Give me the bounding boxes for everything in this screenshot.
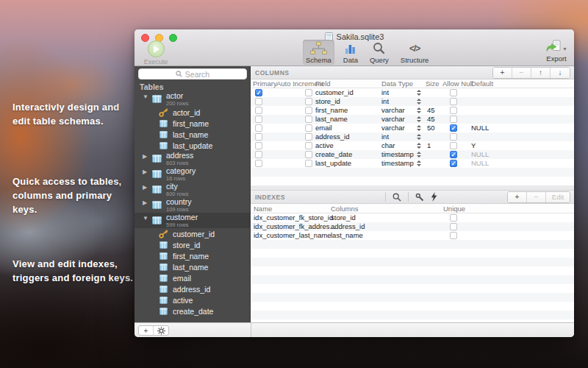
data-type-stepper[interactable] xyxy=(417,107,421,113)
indexes-tab-icon[interactable] xyxy=(392,193,401,202)
allow-null-checkbox[interactable] xyxy=(450,98,457,105)
column-row-store_id[interactable]: store_idint xyxy=(251,97,574,106)
data-type-value[interactable]: int xyxy=(381,132,389,141)
toolbar-view-data[interactable]: Data xyxy=(340,40,361,65)
primary-checkbox[interactable] xyxy=(255,142,262,149)
data-type-stepper[interactable] xyxy=(417,90,421,96)
foreign-key-wrench-icon[interactable] xyxy=(415,193,424,202)
data-type-stepper[interactable] xyxy=(417,134,421,140)
index-row[interactable]: idx_customer_fk_addres...address_id xyxy=(251,222,574,231)
data-type-stepper[interactable] xyxy=(417,143,421,149)
sidebar-table-country[interactable]: ▶country109 rows xyxy=(135,197,250,213)
data-type-value[interactable]: varchar xyxy=(381,115,405,124)
unique-checkbox[interactable] xyxy=(450,223,457,230)
sidebar-column-last_name[interactable]: last_name xyxy=(135,261,250,272)
chevron-right-icon[interactable]: ▶ xyxy=(143,152,152,161)
sidebar-column-store_id[interactable]: store_id xyxy=(135,239,250,250)
primary-checkbox[interactable] xyxy=(255,107,262,114)
data-type-stepper[interactable] xyxy=(417,116,421,122)
export-button[interactable]: ▼ Export xyxy=(545,40,567,63)
chevron-down-icon[interactable]: ▼ xyxy=(143,213,152,223)
search-input[interactable]: Search xyxy=(138,68,247,79)
column-row-active[interactable]: activechar1Y xyxy=(251,141,574,150)
chevron-right-icon[interactable]: ▶ xyxy=(143,198,152,208)
move-column-down-button[interactable]: ↓ xyxy=(551,68,570,78)
auto-increment-checkbox[interactable] xyxy=(305,124,312,132)
primary-checkbox[interactable] xyxy=(255,116,262,123)
primary-checkbox[interactable] xyxy=(255,160,262,167)
chevron-right-icon[interactable]: ▶ xyxy=(143,183,152,192)
toolbar-view-schema[interactable]: Schema xyxy=(303,40,334,65)
data-type-stepper[interactable] xyxy=(417,160,421,166)
add-column-button[interactable]: + xyxy=(493,68,512,78)
edit-index-button[interactable]: Edit xyxy=(546,192,570,202)
primary-checkbox[interactable] xyxy=(255,133,262,141)
auto-increment-checkbox[interactable] xyxy=(305,107,312,114)
allow-null-checkbox[interactable] xyxy=(450,142,457,149)
move-column-up-button[interactable]: ↑ xyxy=(531,68,551,78)
sidebar-column-active[interactable]: active xyxy=(135,294,250,305)
sidebar-column-customer_id[interactable]: customer_id xyxy=(135,228,250,239)
data-type-value[interactable]: int xyxy=(381,97,389,106)
unique-checkbox[interactable] xyxy=(450,214,457,222)
sidebar-table-actor[interactable]: ▼actor200 rows xyxy=(135,91,250,107)
remove-column-button[interactable]: − xyxy=(512,68,531,78)
allow-null-checkbox[interactable] xyxy=(450,107,457,114)
data-type-value[interactable]: timestamp xyxy=(381,159,414,168)
column-row-address_id[interactable]: address_idint xyxy=(251,132,574,141)
sidebar-column-create_date[interactable]: create_date xyxy=(135,305,250,316)
auto-increment-checkbox[interactable] xyxy=(305,133,312,141)
add-table-button[interactable]: + xyxy=(139,326,154,335)
add-index-button[interactable]: + xyxy=(508,192,527,202)
data-type-stepper[interactable] xyxy=(417,152,421,158)
sidebar-table-address[interactable]: ▶address603 rows xyxy=(135,151,250,166)
auto-increment-checkbox[interactable] xyxy=(305,142,312,149)
data-type-stepper[interactable] xyxy=(417,125,421,131)
column-row-first_name[interactable]: first_namevarchar45 xyxy=(251,106,574,115)
allow-null-checkbox[interactable] xyxy=(450,116,457,123)
sidebar-column-address_id[interactable]: address_id xyxy=(135,283,250,294)
trigger-lightning-icon[interactable] xyxy=(431,192,437,202)
data-type-value[interactable]: int xyxy=(381,88,389,97)
primary-checkbox[interactable] xyxy=(255,151,262,158)
column-row-customer_id[interactable]: customer_idint xyxy=(251,88,574,97)
data-type-value[interactable]: varchar xyxy=(381,124,405,132)
auto-increment-checkbox[interactable] xyxy=(305,98,312,105)
data-type-value[interactable]: char xyxy=(381,141,395,150)
primary-checkbox[interactable] xyxy=(255,89,262,96)
column-row-create_date[interactable]: create_datetimestampNULL xyxy=(251,150,574,159)
allow-null-checkbox[interactable] xyxy=(450,151,457,158)
unique-checkbox[interactable] xyxy=(450,232,457,239)
auto-increment-checkbox[interactable] xyxy=(305,116,312,123)
data-type-stepper[interactable] xyxy=(417,99,421,105)
column-row-email[interactable]: emailvarchar50NULL xyxy=(251,124,574,132)
data-type-value[interactable]: timestamp xyxy=(381,150,414,159)
primary-checkbox[interactable] xyxy=(255,124,262,132)
sidebar-column-actor_id[interactable]: actor_id xyxy=(135,107,250,118)
sidebar-column-first_name[interactable]: first_name xyxy=(135,118,250,129)
allow-null-checkbox[interactable] xyxy=(450,89,457,96)
sidebar-table-city[interactable]: ▶city600 rows xyxy=(135,182,250,197)
sidebar-column-last_name[interactable]: last_name xyxy=(135,129,250,140)
auto-increment-checkbox[interactable] xyxy=(305,89,312,96)
sidebar-table-customer[interactable]: ▼customer599 rows xyxy=(135,213,250,228)
execute-button[interactable]: Execute xyxy=(140,40,172,66)
chevron-right-icon[interactable]: ▶ xyxy=(143,167,152,177)
allow-null-checkbox[interactable] xyxy=(450,124,457,132)
index-row[interactable]: idx_customer_last_namelast_name xyxy=(251,231,574,240)
column-row-last_name[interactable]: last_namevarchar45 xyxy=(251,115,574,124)
column-row-last_update[interactable]: last_updatetimestampNULL xyxy=(251,159,574,168)
remove-index-button[interactable]: − xyxy=(527,192,546,202)
settings-button[interactable] xyxy=(154,326,168,335)
toolbar-view-query[interactable]: Query xyxy=(367,40,392,65)
sidebar-column-last_update[interactable]: last_update xyxy=(135,140,250,151)
data-type-value[interactable]: varchar xyxy=(381,106,405,115)
index-row[interactable]: idx_customer_fk_store_idstore_id xyxy=(251,213,574,222)
primary-checkbox[interactable] xyxy=(255,98,262,105)
chevron-down-icon[interactable]: ▼ xyxy=(143,92,152,102)
allow-null-checkbox[interactable] xyxy=(450,160,457,167)
sidebar-table-category[interactable]: ▶category16 rows xyxy=(135,166,250,182)
sidebar-column-first_name[interactable]: first_name xyxy=(135,250,250,261)
toolbar-view-structure[interactable]: </>Structure xyxy=(398,40,432,65)
auto-increment-checkbox[interactable] xyxy=(305,160,312,167)
